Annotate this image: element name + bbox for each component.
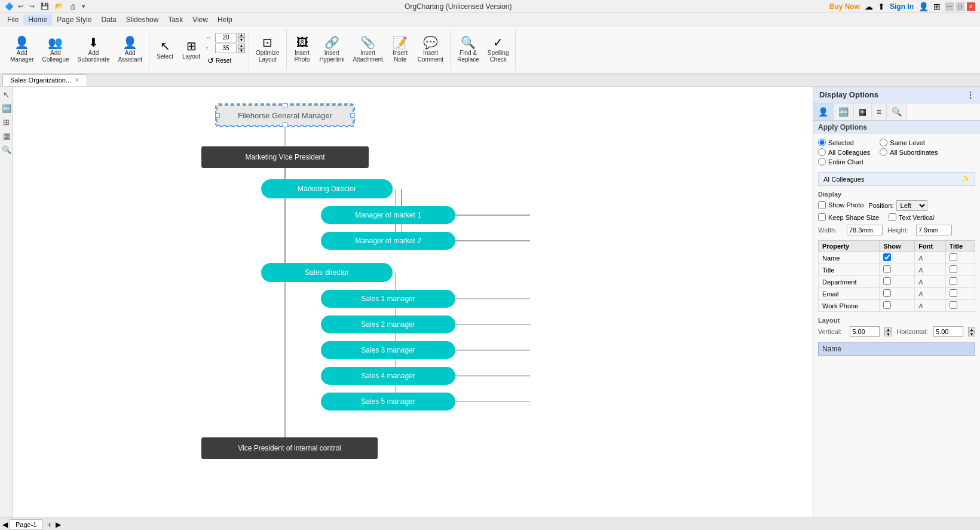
tab-close-btn[interactable]: ✕: [75, 77, 79, 83]
width-up-arrow[interactable]: ▲: [238, 33, 245, 38]
sidebar-select-icon[interactable]: ↖: [2, 89, 11, 100]
open-btn[interactable]: 📂: [53, 2, 65, 11]
radio-same-level-label[interactable]: Same Level: [890, 139, 924, 146]
sidebar-shape-icon[interactable]: ⊞: [2, 117, 11, 128]
node-root[interactable]: Filehorse General Manager: [216, 105, 354, 126]
horiz-down-arrow[interactable]: ▼: [968, 332, 975, 336]
panel-settings-icon[interactable]: ⋮: [967, 91, 974, 99]
title-phone[interactable]: [945, 300, 975, 312]
menu-home[interactable]: Home: [23, 14, 52, 25]
show-phone-cb[interactable]: [883, 301, 891, 309]
title-dept-cb[interactable]: [950, 277, 957, 285]
height-spinner[interactable]: [215, 44, 237, 53]
title-email[interactable]: [945, 288, 975, 300]
page-add-btn[interactable]: +: [44, 520, 54, 529]
node-vpic[interactable]: Vice President of internal control: [201, 437, 378, 459]
show-photo-label[interactable]: Show Photo: [828, 201, 863, 209]
panel-format-icon[interactable]: 🔤: [834, 103, 854, 120]
title-dept[interactable]: [945, 276, 975, 288]
add-subordinate-btn[interactable]: ⬇ AddSubordinate: [75, 35, 113, 65]
radio-all-colleagues-label[interactable]: All Colleagues: [828, 149, 870, 156]
height-down-arrow[interactable]: ▼: [238, 48, 245, 53]
panel-display-icon[interactable]: 👤: [813, 103, 834, 120]
select-btn[interactable]: ↖ Select: [153, 38, 177, 62]
add-manager-btn[interactable]: 👤 AddManager: [7, 35, 36, 65]
menu-help[interactable]: Help: [213, 14, 237, 25]
font-phone[interactable]: A: [915, 300, 945, 312]
node-mvp[interactable]: Marketing Vice President: [201, 146, 369, 168]
vertical-input[interactable]: [850, 326, 880, 337]
font-dept-btn[interactable]: A: [918, 278, 923, 286]
font-title[interactable]: A: [915, 264, 945, 276]
text-vertical-checkbox[interactable]: [889, 213, 896, 221]
show-name-cb[interactable]: [883, 253, 891, 261]
optimize-layout-btn[interactable]: ⊡ OptimizeLayout: [253, 35, 282, 65]
panel-list-icon[interactable]: ≡: [872, 103, 887, 120]
font-email[interactable]: A: [915, 288, 945, 300]
node-md[interactable]: Marketing Director: [261, 179, 393, 198]
print-btn[interactable]: 🖨: [68, 2, 78, 11]
tab-sales[interactable]: Sales Organization... ✕: [2, 74, 87, 86]
keep-shape-checkbox[interactable]: [818, 213, 826, 221]
menu-page-style[interactable]: Page Style: [52, 14, 96, 25]
add-colleague-btn[interactable]: 👥 AddColleague: [39, 35, 72, 65]
show-name[interactable]: [880, 252, 915, 264]
panel-grid-icon[interactable]: ▦: [854, 103, 872, 120]
name-field[interactable]: [818, 342, 975, 356]
share-icon[interactable]: ⬆: [878, 2, 885, 11]
show-title-cb[interactable]: [883, 265, 891, 273]
horizontal-input[interactable]: [933, 326, 963, 337]
title-title-cb[interactable]: [950, 265, 957, 273]
insert-hyperlink-btn[interactable]: 🔗 InsertHyperlink: [317, 35, 348, 65]
insert-comment-btn[interactable]: 💬 InsertComment: [415, 35, 446, 65]
text-vertical-label[interactable]: Text Vertical: [899, 214, 934, 221]
show-email[interactable]: [880, 288, 915, 300]
help-icon[interactable]: ⊞: [933, 2, 941, 11]
user-icon[interactable]: 👤: [918, 2, 929, 11]
maximize-btn[interactable]: □: [956, 2, 964, 11]
radio-all-subordinates-input[interactable]: [880, 148, 887, 156]
node-mom2[interactable]: Manager of market 2: [321, 232, 455, 250]
node-sm4[interactable]: Sales 4 manager: [321, 367, 455, 385]
sidebar-search-icon[interactable]: 🔍: [1, 144, 13, 155]
node-sd[interactable]: Sales director: [261, 263, 393, 282]
show-photo-checkbox[interactable]: [818, 201, 826, 209]
panel-search-icon[interactable]: 🔍: [887, 103, 907, 120]
show-phone[interactable]: [880, 300, 915, 312]
layout-btn[interactable]: ⊞ Layout: [179, 38, 203, 62]
insert-attachment-btn[interactable]: 📎 InsertAttachment: [350, 35, 386, 65]
show-email-cb[interactable]: [883, 289, 891, 297]
position-select[interactable]: Left Right Top: [896, 200, 927, 211]
title-phone-cb[interactable]: [950, 301, 957, 309]
width-down-arrow[interactable]: ▼: [238, 38, 245, 42]
vert-up-arrow[interactable]: ▲: [884, 327, 892, 332]
node-sm2[interactable]: Sales 2 manager: [321, 315, 455, 333]
find-replace-btn[interactable]: 🔍 Find &Replace: [454, 35, 482, 65]
minimize-btn[interactable]: —: [945, 2, 954, 11]
save-btn[interactable]: 💾: [39, 2, 51, 11]
insert-photo-btn[interactable]: 🖼 InsertPhoto: [290, 35, 314, 65]
add-assistant-btn[interactable]: 👤 AddAssistant: [115, 35, 145, 65]
page-nav-prev[interactable]: ◀: [2, 520, 8, 529]
show-title[interactable]: [880, 264, 915, 276]
radio-all-subordinates-label[interactable]: All Subordinates: [890, 149, 938, 156]
radio-selected-label[interactable]: Selected: [828, 139, 854, 146]
height-up-arrow[interactable]: ▲: [238, 44, 245, 48]
font-dept[interactable]: A: [915, 276, 945, 288]
menu-data[interactable]: Data: [96, 14, 121, 25]
canvas-scroll[interactable]: Filehorse General Manager Marketing Vice…: [13, 87, 813, 517]
buy-now-btn[interactable]: Buy Now: [829, 2, 860, 11]
spelling-check-btn[interactable]: ✓ SpellingCheck: [485, 35, 512, 65]
ai-icon[interactable]: ✨: [961, 175, 970, 183]
title-name-cb[interactable]: [950, 253, 957, 261]
node-sm1[interactable]: Sales 1 manager: [321, 290, 455, 308]
font-name[interactable]: A: [915, 252, 945, 264]
horiz-up-arrow[interactable]: ▲: [968, 327, 975, 332]
close-btn[interactable]: ✕: [967, 2, 975, 11]
sidebar-table-icon[interactable]: ▦: [2, 130, 11, 142]
sign-in-btn[interactable]: Sign In: [890, 2, 914, 11]
height-input[interactable]: [916, 225, 952, 235]
font-phone-btn[interactable]: A: [918, 302, 923, 310]
node-sm5[interactable]: Sales 5 manager: [321, 393, 455, 410]
width-input[interactable]: [847, 225, 883, 235]
